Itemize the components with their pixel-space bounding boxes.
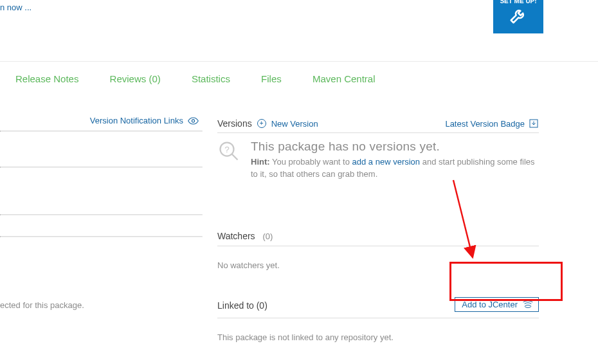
watchers-header: Watchers (0) [217,231,539,246]
no-versions-title: This package has no versions yet. [251,140,539,154]
vnl-label: Version Notification Links [90,116,183,125]
tabbar: Release Notes Reviews (0) Statistics Fil… [0,61,598,96]
left-column: Version Notification Links ected for thi… [0,116,203,310]
tab-maven-central[interactable]: Maven Central [313,73,376,84]
plus-circle-icon[interactable]: + [257,119,266,128]
eye-icon [188,117,199,125]
download-icon [529,118,539,129]
versions-heading: Versions [217,118,252,129]
version-notification-links[interactable]: Version Notification Links [0,116,203,131]
magnifier-icon: ? [217,140,240,163]
license-text-fragment: ected for this package. [0,300,203,310]
divider [0,236,203,237]
linked-to-empty-text: This package is not linked to any reposi… [217,332,539,342]
new-version-link[interactable]: New Version [271,119,318,129]
latest-version-badge-label: Latest Version Badge [445,119,525,129]
latest-version-badge-link[interactable]: Latest Version Badge [445,118,539,129]
no-versions-hint: Hint: You probably want to add a new ver… [251,156,539,181]
divider [0,167,203,168]
versions-header: Versions + New Version Latest Version Ba… [217,118,539,133]
watchers-count: (0) [263,232,273,241]
divider [0,131,203,132]
svg-point-0 [192,119,194,122]
add-to-jcenter-label: Add to JCenter [462,300,518,309]
svg-line-3 [232,154,238,160]
svg-point-5 [525,305,530,308]
set-me-up-label: SET ME UP! [493,0,543,5]
breadcrumb-fragment: n now ... [0,3,32,12]
linked-to-heading: Linked to (0) [217,300,267,311]
jcenter-icon [523,300,533,309]
watchers-empty-text: No watchers yet. [217,260,539,270]
linked-to-header: Linked to (0) Add to JCenter [217,298,539,318]
add-new-version-link[interactable]: add a new version [352,157,421,167]
svg-text:?: ? [224,145,230,154]
watchers-heading: Watchers [217,231,255,241]
tab-statistics[interactable]: Statistics [192,73,230,84]
no-versions-block: ? This package has no versions yet. Hint… [217,140,539,181]
hint-label: Hint: [251,157,270,167]
tab-reviews[interactable]: Reviews (0) [110,73,161,84]
add-to-jcenter-button[interactable]: Add to JCenter [455,297,539,312]
wrench-icon [509,6,528,25]
divider [0,214,203,215]
tab-files[interactable]: Files [261,73,282,84]
hint-text-1: You probably want to [270,157,352,167]
set-me-up-button[interactable]: SET ME UP! [493,0,543,33]
main-column: Versions + New Version Latest Version Ba… [217,118,539,342]
tab-release-notes[interactable]: Release Notes [15,73,78,84]
